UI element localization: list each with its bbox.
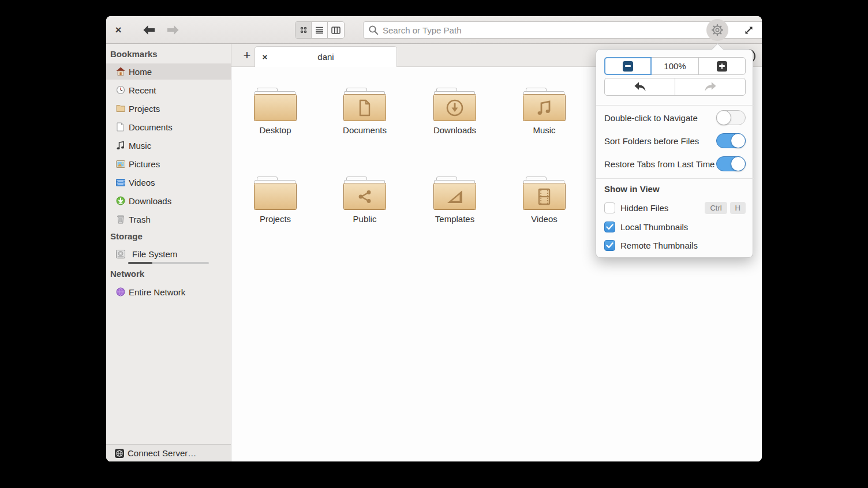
- share-emblem-icon: [356, 188, 373, 205]
- option-row-hidden-files: Hidden Files Ctrl H: [604, 200, 746, 216]
- folder-projects[interactable]: Projects: [241, 177, 310, 224]
- folder-icon: [433, 177, 476, 210]
- recent-icon: [115, 85, 125, 95]
- folder-label: Documents: [330, 125, 399, 135]
- fullscreen-button[interactable]: [739, 21, 758, 39]
- tab-close-icon[interactable]: ×: [255, 52, 275, 62]
- tab-dani[interactable]: × dani: [255, 46, 397, 67]
- sidebar-item-label: Trash: [129, 215, 151, 224]
- zoom-in-icon: [717, 61, 727, 72]
- sidebar-item-videos[interactable]: Videos: [106, 174, 231, 190]
- template-emblem-icon: [446, 189, 464, 205]
- folder-label: Templates: [420, 214, 489, 224]
- column-view-button[interactable]: [328, 22, 344, 38]
- folder-videos[interactable]: Videos: [510, 177, 579, 224]
- new-tab-button[interactable]: +: [238, 46, 256, 65]
- option-label: Remote Thumbnails: [620, 241, 746, 250]
- sidebar-item-documents[interactable]: Documents: [106, 119, 231, 135]
- keycap-ctrl: Ctrl: [705, 202, 727, 214]
- check-icon: [606, 242, 613, 249]
- local-thumbnails-checkbox[interactable]: [604, 222, 615, 232]
- back-arrow-icon: [143, 25, 155, 35]
- sidebar-item-label: Videos: [129, 178, 155, 187]
- sidebar-item-label: File System: [132, 249, 177, 259]
- option-row-remote-thumbnails: Remote Thumbnails: [604, 237, 746, 253]
- document-icon: [115, 122, 125, 132]
- zoom-out-icon: [623, 61, 633, 72]
- back-button[interactable]: [139, 21, 159, 39]
- folder-music[interactable]: Music: [510, 88, 579, 135]
- folder-label: Projects: [241, 214, 310, 224]
- document-emblem-icon: [357, 99, 372, 117]
- window-close-button[interactable]: ×: [108, 21, 128, 39]
- headerbar: ×: [106, 16, 762, 44]
- zoom-out-button[interactable]: [605, 58, 652, 74]
- zoom-level[interactable]: 100%: [652, 58, 698, 74]
- toggle-row-restore-tabs: Restore Tabs from Last Time: [604, 156, 746, 172]
- option-row-local-thumbnails: Local Thumbnails: [604, 219, 746, 235]
- view-switcher: [295, 21, 345, 39]
- sidebar-item-file-system[interactable]: File System: [106, 246, 231, 262]
- folder-templates[interactable]: Templates: [420, 177, 489, 224]
- folder-icon: [254, 177, 297, 210]
- folder-label: Downloads: [420, 125, 489, 135]
- double-click-toggle[interactable]: [716, 110, 746, 125]
- redo-button[interactable]: [675, 78, 745, 95]
- search-bar: [363, 21, 762, 39]
- sidebar-item-label: Music: [129, 141, 151, 151]
- folder-documents[interactable]: Documents: [330, 88, 399, 135]
- folder-label: Desktop: [241, 125, 310, 135]
- sidebar-item-recent[interactable]: Recent: [106, 82, 231, 98]
- sidebar-item-label: Pictures: [129, 159, 160, 169]
- undo-icon: [634, 81, 646, 92]
- forward-button[interactable]: [163, 21, 183, 39]
- sidebar-item-label: Home: [129, 67, 152, 77]
- hidden-files-checkbox[interactable]: [604, 202, 615, 213]
- folder-icon: [433, 88, 476, 121]
- connect-server-button[interactable]: Connect Server…: [106, 444, 231, 461]
- remote-thumbnails-checkbox[interactable]: [604, 240, 615, 251]
- zoom-level-label: 100%: [664, 61, 686, 71]
- popover-separator: [596, 178, 754, 179]
- sidebar-item-label: Recent: [129, 85, 156, 95]
- search-input[interactable]: [383, 25, 762, 35]
- toggle-label: Sort Folders before Files: [604, 136, 716, 146]
- grid-view-icon: [300, 26, 308, 34]
- close-icon: ×: [115, 24, 121, 36]
- sidebar-item-label: Downloads: [129, 196, 171, 206]
- sidebar-item-label: Projects: [129, 104, 160, 114]
- list-view-button[interactable]: [312, 22, 328, 38]
- music-note-icon: [115, 141, 125, 151]
- grid-view-button[interactable]: [295, 22, 312, 38]
- sidebar-item-music[interactable]: Music: [106, 137, 231, 153]
- sidebar-item-downloads[interactable]: Downloads: [106, 193, 231, 209]
- music-emblem-icon: [536, 99, 553, 117]
- toggle-knob: [731, 156, 746, 171]
- toggle-label: Restore Tabs from Last Time: [604, 159, 716, 169]
- zoom-control: 100%: [604, 57, 746, 75]
- column-view-icon: [331, 27, 341, 34]
- hard-drive-icon: [115, 249, 125, 259]
- plus-icon: +: [244, 48, 251, 63]
- redo-icon: [704, 81, 717, 92]
- sidebar-item-pictures[interactable]: Pictures: [106, 156, 231, 172]
- sidebar-item-trash[interactable]: Trash: [106, 211, 231, 227]
- restore-tabs-toggle[interactable]: [716, 156, 746, 171]
- sidebar-item-projects[interactable]: Projects: [106, 100, 231, 117]
- sidebar-item-label: Documents: [129, 122, 173, 132]
- folder-downloads[interactable]: Downloads: [420, 88, 489, 135]
- option-label: Local Thumbnails: [620, 222, 746, 232]
- undo-button[interactable]: [605, 78, 675, 95]
- settings-button[interactable]: [706, 19, 728, 41]
- zoom-in-button[interactable]: [699, 58, 745, 74]
- sidebar-item-entire-network[interactable]: Entire Network: [106, 284, 231, 300]
- folder-desktop[interactable]: Desktop: [241, 88, 310, 135]
- folder-public[interactable]: Public: [330, 177, 399, 224]
- disk-usage-fill: [128, 262, 152, 264]
- popover-separator: [596, 105, 754, 106]
- sidebar-item-home[interactable]: Home: [106, 63, 231, 80]
- trash-icon: [115, 215, 125, 224]
- sort-folders-toggle[interactable]: [716, 133, 746, 148]
- connect-server-icon: [114, 448, 124, 458]
- sidebar-item-label: Entire Network: [129, 287, 185, 297]
